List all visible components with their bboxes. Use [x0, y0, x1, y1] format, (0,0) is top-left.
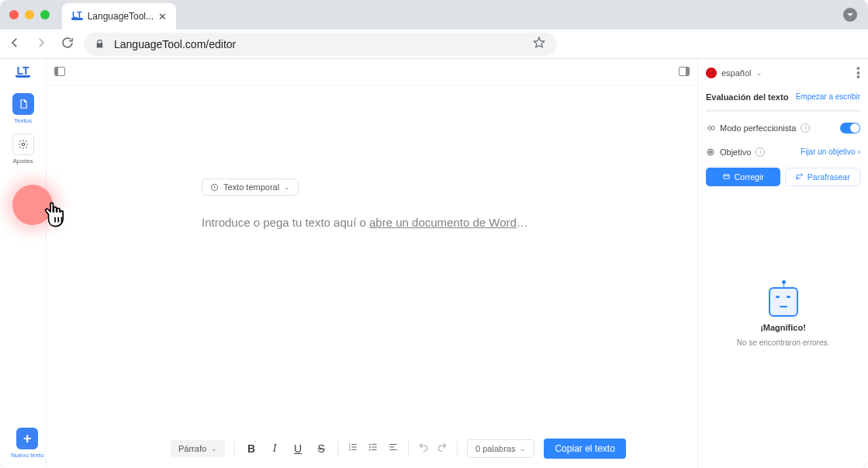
bold-button[interactable]: B — [244, 442, 258, 455]
align-button[interactable] — [388, 442, 399, 456]
document-title-label: Texto temporal — [223, 182, 279, 192]
copy-text-button[interactable]: Copiar el texto — [544, 439, 625, 459]
reload-button[interactable] — [61, 36, 74, 53]
language-selector[interactable]: español ⌄ — [706, 68, 763, 78]
maximize-window-button[interactable] — [40, 10, 50, 19]
plus-icon: + — [16, 428, 38, 449]
history-group — [418, 442, 448, 456]
titlebar: LT LanguageTool... ✕ — [0, 0, 868, 29]
divider — [234, 441, 235, 456]
paraphrase-icon — [795, 172, 804, 181]
sidebar-item-textos[interactable]: Textos — [12, 93, 34, 124]
tab-title: LanguageTool... — [88, 11, 154, 22]
panel-menu-button[interactable]: ••• — [856, 67, 860, 80]
clock-icon — [210, 183, 219, 192]
nav-buttons — [8, 36, 74, 53]
tab-corregir[interactable]: Corregir — [706, 168, 780, 186]
objetivo-label: Objetivo — [720, 147, 751, 157]
chevron-down-icon: ⌄ — [756, 69, 763, 77]
empty-state-title: ¡Magnífico! — [760, 323, 806, 332]
open-word-doc-link[interactable]: abre un documento de Word — [369, 216, 517, 229]
new-text-button[interactable]: + Nuevo texto — [11, 428, 44, 459]
perfeccionista-label: Modo perfeccionista — [720, 123, 796, 133]
lock-icon — [95, 39, 105, 49]
paragraph-style-dropdown[interactable]: Párrafo ⌄ — [171, 440, 225, 457]
tab-label: Parafrasear — [807, 172, 850, 182]
browser-profile-button[interactable] — [843, 8, 857, 22]
flag-es-icon — [706, 68, 717, 78]
evaluation-title: Evaluación del texto — [706, 92, 788, 102]
gear-icon — [12, 133, 34, 155]
url-bar: LanguageTool.com/editor — [0, 29, 868, 59]
redo-button[interactable] — [437, 442, 448, 456]
editor-body[interactable]: Texto temporal ⌄ Introduce o pega tu tex… — [47, 85, 697, 468]
info-icon[interactable]: i — [801, 123, 810, 133]
progress-bar — [706, 109, 860, 112]
app-logo-icon[interactable]: LT — [16, 67, 29, 78]
word-count-dropdown[interactable]: 0 palabras ⌄ — [467, 439, 534, 458]
format-toolbar: Párrafo ⌄ B I U S 123 — [171, 439, 685, 459]
editor-top-bar — [47, 59, 697, 85]
strikethrough-button[interactable]: S — [314, 442, 328, 455]
close-window-button[interactable] — [9, 10, 19, 19]
empty-state-subtitle: No se encontraron errores. — [737, 338, 830, 347]
svg-point-9 — [369, 446, 371, 448]
browser-window: LT LanguageTool... ✕ LanguageTool.com/ed… — [0, 0, 868, 468]
bookmark-star-icon[interactable] — [532, 36, 546, 53]
browser-tab[interactable]: LT LanguageTool... ✕ — [62, 3, 176, 29]
minimize-window-button[interactable] — [25, 10, 34, 19]
objetivo-row: Objetivo i Fijar un objetivo › — [706, 144, 860, 160]
svg-text:3: 3 — [349, 449, 351, 452]
tab-parafrasear[interactable]: Parafrasear — [785, 168, 861, 186]
infinity-icon — [706, 123, 715, 133]
fab-label: Nuevo texto — [11, 452, 44, 459]
document-title-dropdown[interactable]: Texto temporal ⌄ — [202, 179, 299, 196]
toggle-left-panel-icon[interactable] — [54, 65, 65, 79]
svg-point-0 — [22, 143, 25, 146]
address-bar[interactable]: LanguageTool.com/editor — [84, 33, 557, 56]
divider — [408, 441, 409, 456]
word-count-label: 0 palabras — [475, 444, 515, 453]
italic-button[interactable]: I — [268, 442, 282, 455]
toggle-right-panel-icon[interactable] — [679, 65, 690, 79]
app-area: LT Textos Ajustes — [0, 59, 868, 468]
numbered-list-button[interactable]: 123 — [348, 442, 358, 456]
divider — [457, 441, 458, 456]
perfeccionista-toggle[interactable] — [840, 123, 860, 133]
favicon-icon: LT — [71, 12, 83, 21]
tab-close-icon[interactable]: ✕ — [158, 11, 167, 23]
start-writing-link[interactable]: Empezar a escribir — [796, 92, 860, 101]
empty-state: ¡Magnífico! No se encontraron errores. — [706, 287, 860, 347]
sidebar-item-ajustes[interactable]: Ajustes — [12, 133, 34, 165]
target-icon — [706, 147, 715, 157]
forward-button[interactable] — [34, 36, 48, 53]
copy-label: Copiar el texto — [555, 443, 614, 454]
divider — [337, 441, 338, 456]
perfeccionista-row: Modo perfeccionista i — [706, 120, 860, 137]
chevron-right-icon: › — [858, 147, 860, 156]
back-button[interactable] — [8, 36, 22, 53]
paragraph-label: Párrafo — [178, 444, 206, 453]
chevron-down-icon: ⌄ — [520, 445, 526, 452]
fijar-objetivo-link[interactable]: Fijar un objetivo › — [801, 147, 860, 156]
sidebar-item-label: Ajustes — [12, 158, 33, 165]
svg-point-13 — [711, 151, 711, 152]
sidebar-item-label: Textos — [14, 117, 32, 124]
editor-main: Texto temporal ⌄ Introduce o pega tu tex… — [47, 59, 697, 468]
undo-button[interactable] — [418, 442, 429, 456]
left-sidebar: LT Textos Ajustes — [0, 59, 47, 468]
info-icon[interactable]: i — [756, 147, 765, 157]
fijar-objetivo-text: Fijar un objetivo — [801, 147, 856, 156]
bullet-list-button[interactable] — [368, 442, 379, 456]
list-group: 123 — [348, 442, 399, 456]
robot-icon — [769, 287, 798, 317]
document-icon — [12, 93, 34, 115]
window-controls — [9, 10, 50, 19]
tab-label: Corregir — [735, 172, 764, 182]
editor-placeholder: Introduce o pega tu texto aquí o abre un… — [202, 216, 666, 229]
underline-button[interactable]: U — [291, 442, 305, 455]
correct-icon — [722, 172, 731, 181]
chevron-down-icon: ⌄ — [211, 445, 217, 452]
svg-rect-14 — [724, 175, 729, 179]
text-format-group: B I U S — [244, 442, 328, 455]
